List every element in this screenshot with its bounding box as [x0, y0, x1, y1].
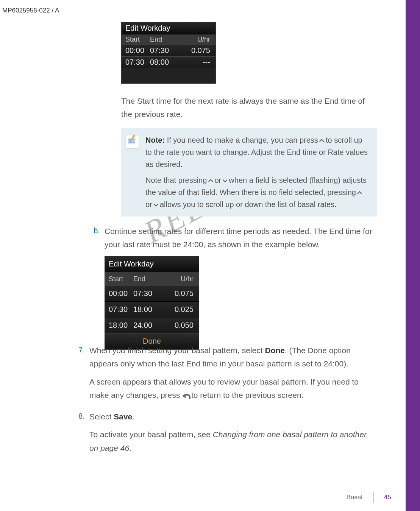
- cell-start: 07:30: [122, 57, 150, 68]
- cell-start: 00:00: [122, 45, 150, 56]
- table-row: 18:00 24:00 0.050: [105, 318, 199, 333]
- cell-uhr: 0.050: [166, 318, 199, 333]
- side-band: [406, 0, 420, 511]
- note-icon: [126, 136, 139, 148]
- cell-start: 07:30: [105, 302, 133, 317]
- table-row: 00:00 07:30 0.075: [105, 286, 199, 302]
- list-marker: b.: [88, 224, 105, 360]
- blank-area: [122, 68, 215, 83]
- list-item-7: 7. When you finish setting your basal pa…: [73, 344, 376, 406]
- cell-end: 07:30: [133, 286, 166, 301]
- col-end: End: [133, 272, 166, 286]
- chevron-up-icon: [358, 191, 362, 196]
- footer: Basal 45: [347, 492, 391, 503]
- col-uhr: U/hr: [182, 34, 215, 45]
- paragraph: The Start time for the next rate is alwa…: [121, 94, 377, 121]
- cell-uhr: 0.025: [166, 302, 199, 317]
- device-b-header: Start End U/hr: [105, 272, 199, 286]
- footer-chapter: Basal: [347, 494, 363, 501]
- list-marker: 7.: [73, 344, 89, 406]
- device-a-header: Start End U/hr: [122, 34, 215, 45]
- cell-start: 18:00: [105, 318, 133, 333]
- cell-end: 08:00: [150, 57, 182, 68]
- cell-uhr: 0.075: [182, 45, 215, 56]
- list-body: When you finish setting your basal patte…: [89, 344, 376, 406]
- back-arrow-icon: [182, 393, 189, 398]
- note-text: Note: If you need to make a change, you …: [145, 134, 368, 210]
- device-screenshot-a: Edit Workday Start End U/hr 00:00 07:30 …: [121, 22, 216, 84]
- list-marker: 8.: [73, 410, 89, 459]
- side-tab-label: basal: [391, 115, 406, 133]
- document-id: MP6025958-022 / A: [2, 7, 59, 14]
- col-end: End: [150, 34, 182, 45]
- done-text: Done: [265, 346, 285, 355]
- col-uhr: U/hr: [166, 272, 199, 286]
- note-label: Note:: [145, 136, 165, 144]
- cell-end: 18:00: [133, 302, 166, 317]
- cell-uhr: 0.075: [166, 286, 199, 301]
- save-text: Save: [114, 412, 132, 421]
- col-start: Start: [122, 34, 150, 45]
- table-row: 00:00 07:30 0.075: [122, 45, 215, 56]
- col-start: Start: [105, 272, 133, 286]
- device-a-title: Edit Workday: [122, 22, 215, 34]
- device-screenshot-b: Edit Workday Start End U/hr 00:00 07:30 …: [105, 256, 199, 350]
- side-tab-marker: [399, 107, 403, 111]
- cell-end: 07:30: [150, 45, 182, 56]
- list-item-8: 8. Select Save. To activate your basal p…: [73, 410, 376, 459]
- table-row: 07:30 18:00 0.025: [105, 302, 199, 318]
- cell-end: 24:00: [133, 318, 166, 333]
- footer-divider: [373, 492, 373, 503]
- list-body: Continue setting rates for different tim…: [105, 224, 376, 360]
- device-b-title: Edit Workday: [105, 256, 199, 273]
- cell-start: 00:00: [105, 286, 133, 301]
- footer-page: 45: [384, 494, 391, 501]
- list-body: Select Save. To activate your basal patt…: [89, 410, 376, 459]
- note-box: Note: If you need to make a change, you …: [121, 128, 377, 217]
- cell-uhr: ---: [182, 57, 215, 68]
- list-item-b: b. Continue setting rates for different …: [88, 224, 376, 360]
- table-row: 07:30 08:00 ---: [122, 56, 215, 68]
